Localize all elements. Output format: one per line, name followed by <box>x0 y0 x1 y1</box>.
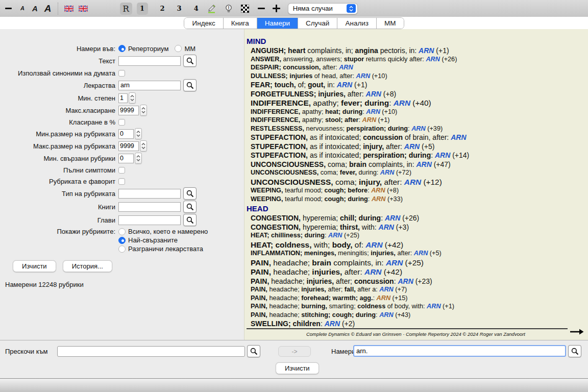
remedies-input[interactable] <box>118 81 181 90</box>
remedy-abbrev[interactable]: ARN <box>328 232 342 239</box>
tab-index[interactable]: Индекс <box>184 18 223 29</box>
jump-to-input[interactable] <box>57 346 245 357</box>
remedy-abbrev[interactable]: ARN <box>414 250 428 257</box>
remedy-abbrev[interactable]: ARN <box>416 160 431 168</box>
case-dropdown[interactable]: Няма случаи <box>288 3 358 14</box>
chapters-search-button[interactable] <box>183 214 197 226</box>
rubric-type-search-button[interactable] <box>183 187 197 200</box>
rubric-line[interactable]: FEAR; touch, of; gout, in: ARN (+1) <box>247 81 585 88</box>
zoom-in-button[interactable] <box>273 5 280 12</box>
history-button[interactable]: История... <box>63 260 112 272</box>
max-rank-input[interactable] <box>118 106 139 115</box>
remedy-abbrev[interactable]: ARN <box>404 178 421 186</box>
remedy-abbrev[interactable]: ARN <box>419 46 434 55</box>
min-grade-stepper[interactable] <box>129 92 136 104</box>
remedy-abbrev[interactable]: ARN <box>385 214 400 222</box>
grid-table-icon[interactable] <box>241 5 249 13</box>
rubric-line[interactable]: STUPEFACTION, as if intoxicated; concuss… <box>247 134 585 141</box>
grade-4-button[interactable]: 4 <box>194 5 199 12</box>
rubric-line[interactable]: UNCONSCIOUSNESS, coma; injury, after: AR… <box>247 178 585 186</box>
rubric-line[interactable]: SWELLING; children: ARN (+2) <box>247 320 585 327</box>
rubric-line[interactable]: DULLNESS; injuries of head, after: ARN (… <box>247 73 585 80</box>
rubric-line[interactable]: INDIFFERENCE, apathy; stool; after: ARN … <box>247 117 585 124</box>
second-language-flag-icon[interactable] <box>79 6 88 12</box>
chapters-input[interactable] <box>118 215 181 225</box>
font-smaller-button[interactable] <box>5 8 12 9</box>
rubric-line[interactable]: INDIFFERENCE, apathy; heat; during: ARN … <box>247 109 585 115</box>
remedy-abbrev[interactable]: ARN <box>380 169 395 176</box>
min-related-stepper[interactable] <box>135 153 142 164</box>
find-input[interactable] <box>353 345 566 357</box>
rubric-line[interactable]: STUPEFACTION, as if intoxicated; injury,… <box>247 143 585 150</box>
rubric-line[interactable]: INFLAMMATION; meninges, meningitis; inju… <box>247 250 585 257</box>
rank-percent-checkbox[interactable] <box>118 119 125 126</box>
rubric-line[interactable]: PAIN, headache; stitching; cough; during… <box>247 312 585 318</box>
remedy-abbrev[interactable]: ARN <box>372 195 386 203</box>
remedy-abbrev[interactable]: ARN <box>339 64 353 71</box>
show-all-radio-label[interactable]: Всичко, което е намерено <box>128 228 208 235</box>
forward-button[interactable]: -> <box>278 346 311 357</box>
differentiate-remedies-radio-label[interactable]: Разграничи лекарствата <box>128 245 203 253</box>
differentiate-remedies-radio[interactable] <box>118 246 126 253</box>
remedies-search-button[interactable] <box>183 79 197 91</box>
rubric-line[interactable]: HEAT; chilliness; during: ARN (+25) <box>247 232 585 239</box>
zoom-out-button[interactable] <box>258 8 265 9</box>
favorite-checkbox[interactable] <box>118 178 125 185</box>
language-flag-icon[interactable] <box>64 6 74 12</box>
max-rubric-size-input[interactable] <box>118 141 139 151</box>
full-symptoms-checkbox[interactable] <box>118 167 125 174</box>
rubric-line[interactable]: STUPEFACTION, as if intoxicated; perspir… <box>247 152 585 159</box>
remedy-abbrev[interactable]: ARN <box>325 320 340 328</box>
tab-book[interactable]: Книга <box>224 18 257 29</box>
lightbulb-hint-icon[interactable]: ! <box>225 4 233 13</box>
remedy-abbrev[interactable]: ARN <box>427 303 441 310</box>
grade-3-button[interactable]: 3 <box>177 5 182 12</box>
most-related-radio-label[interactable]: Най-свързаните <box>128 236 178 244</box>
font-size-small-button[interactable]: A <box>20 6 24 11</box>
remedy-abbrev[interactable]: ARN <box>337 81 352 89</box>
next-page-arrow-icon[interactable] <box>570 328 584 337</box>
rubric-line[interactable]: HEAT; coldness, with; body, of: ARN (+42… <box>247 241 585 249</box>
most-related-radio[interactable] <box>118 237 126 244</box>
repertorium-radio-label[interactable]: Реперториум <box>128 45 168 53</box>
show-all-radio[interactable] <box>118 228 126 235</box>
tab-case[interactable]: Случай <box>298 18 337 29</box>
remedy-abbrev[interactable]: ARN <box>371 187 385 194</box>
mm-radio[interactable] <box>175 45 182 52</box>
rubric-line[interactable]: CONGESTION, hyperemia; chill; during: AR… <box>247 214 585 222</box>
rubric-line[interactable]: ANGUISH; heart complaints, in; angina pe… <box>247 47 585 54</box>
repertorium-radio[interactable] <box>118 45 126 52</box>
rubric-line[interactable]: RESTLESSNESS, nervousness; perspiration;… <box>247 126 585 132</box>
remedy-abbrev[interactable]: ARN <box>379 223 394 231</box>
rubric-line[interactable]: FORGETFULNESS; injuries, after: ARN (+8) <box>247 90 585 97</box>
rubric-line[interactable]: ANSWER, answering, answers; stupor retur… <box>247 56 585 63</box>
repertory-filter-button[interactable]: R <box>120 3 132 15</box>
rubric-line[interactable]: UNCONSCIOUSNESS, coma; brain complaints,… <box>247 161 585 168</box>
rubric-line[interactable]: PAIN, headache; burning, smarting; coldn… <box>247 303 585 310</box>
books-search-button[interactable] <box>183 201 197 213</box>
synonyms-checkbox[interactable] <box>118 70 125 77</box>
mm-radio-label[interactable]: ММ <box>184 45 195 53</box>
jump-search-button[interactable] <box>247 345 260 357</box>
rubric-line[interactable]: PAIN, headache; brain complaints, in: AR… <box>247 259 585 266</box>
remedy-abbrev[interactable]: ARN <box>366 90 381 98</box>
grade-1-button[interactable]: 1 <box>137 3 148 15</box>
remedy-abbrev[interactable]: ARN <box>379 286 394 293</box>
remedy-abbrev[interactable]: ARN <box>379 311 394 318</box>
remedy-abbrev[interactable]: ARN <box>394 99 410 107</box>
min-rubric-size-input[interactable] <box>118 129 134 139</box>
remedy-abbrev[interactable]: ARN <box>411 125 426 132</box>
tab-analysis[interactable]: Анализ <box>337 18 377 29</box>
remedy-abbrev[interactable]: ARN <box>366 108 380 115</box>
rubric-line[interactable]: PAIN, headache; forehead; warmth; agg.: … <box>247 295 585 302</box>
min-rubric-size-stepper[interactable] <box>135 128 142 139</box>
remedy-abbrev[interactable]: ARN <box>365 240 382 249</box>
text-input[interactable] <box>118 56 181 66</box>
rubric-line[interactable]: PAIN, headache; injuries, after; fall, a… <box>247 286 585 293</box>
remedy-abbrev[interactable]: ARN <box>398 277 413 285</box>
remedy-abbrev[interactable]: ARN <box>377 295 391 302</box>
rubric-line[interactable]: PAIN, headache; injuries, after: ARN (+4… <box>247 268 585 276</box>
tab-mm[interactable]: ММ <box>377 18 404 29</box>
rubric-type-input[interactable] <box>118 189 181 199</box>
font-size-medium-button[interactable]: A <box>32 5 38 12</box>
